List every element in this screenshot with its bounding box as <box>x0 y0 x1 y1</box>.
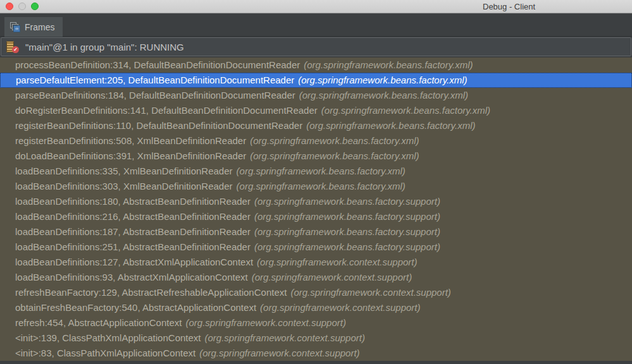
frame-call: parseBeanDefinitions:184, DefaultBeanDef… <box>15 90 295 100</box>
frame-package: (org.springframework.beans.factory.xml) <box>237 181 406 191</box>
frames-list: processBeanDefinition:314, DefaultBeanDe… <box>0 58 632 364</box>
window-titlebar: Debug - Client <box>0 0 632 13</box>
frame-call: <init>:139, ClassPathXmlApplicationConte… <box>15 332 201 343</box>
thread-icon: ✓ <box>6 40 20 54</box>
frames-icon: ‹› <box>10 22 20 32</box>
close-button[interactable] <box>6 3 13 10</box>
frame-call: refresh:454, AbstractApplicationContext <box>15 317 182 328</box>
frame-package: (org.springframework.beans.factory.suppo… <box>254 211 440 222</box>
frame-call: registerBeanDefinitions:508, XmlBeanDefi… <box>15 135 246 146</box>
frame-package: (org.springframework.context.support) <box>199 348 359 358</box>
frame-package: (org.springframework.beans.factory.xml) <box>298 75 467 85</box>
frame-call: doLoadBeanDefinitions:391, XmlBeanDefini… <box>15 150 246 161</box>
frame-row[interactable]: refreshBeanFactory:129, AbstractRefresha… <box>0 285 632 300</box>
frame-call: <init>:83, ClassPathXmlApplicationContex… <box>15 348 195 358</box>
frame-package: (org.springframework.context.support) <box>257 257 417 267</box>
frame-row[interactable]: doLoadBeanDefinitions:391, XmlBeanDefini… <box>0 149 632 164</box>
frame-call: processBeanDefinition:314, DefaultBeanDe… <box>15 59 300 70</box>
frame-package: (org.springframework.context.support) <box>205 332 365 343</box>
frame-call: loadBeanDefinitions:335, XmlBeanDefiniti… <box>15 166 233 176</box>
frame-package: (org.springframework.context.support) <box>290 287 450 298</box>
tab-frames[interactable]: ‹› Frames <box>4 17 63 37</box>
frame-call: loadBeanDefinitions:127, AbstractXmlAppl… <box>15 257 253 267</box>
frame-call: loadBeanDefinitions:93, AbstractXmlAppli… <box>15 272 248 282</box>
tab-frames-label: Frames <box>25 22 54 32</box>
frame-call: registerBeanDefinitions:110, DefaultBean… <box>15 120 302 131</box>
frame-row[interactable]: doRegisterBeanDefinitions:141, DefaultBe… <box>0 103 632 118</box>
frame-package: (org.springframework.beans.factory.xml) <box>237 166 406 176</box>
tool-window-tabstrip: ‹› Frames <box>0 13 632 37</box>
debug-window: Debug - Client ‹› Frames ✓ "main"@1 in g… <box>0 0 632 364</box>
frame-row[interactable]: loadBeanDefinitions:251, AbstractBeanDef… <box>0 240 632 255</box>
frame-row[interactable]: <init>:139, ClassPathXmlApplicationConte… <box>0 331 632 346</box>
frame-row[interactable]: loadBeanDefinitions:335, XmlBeanDefiniti… <box>0 164 632 179</box>
frame-package: (org.springframework.context.support) <box>252 272 412 282</box>
frame-call: loadBeanDefinitions:303, XmlBeanDefiniti… <box>15 181 233 191</box>
frame-package: (org.springframework.beans.factory.suppo… <box>254 196 440 207</box>
frame-call: loadBeanDefinitions:180, AbstractBeanDef… <box>15 196 251 207</box>
frame-row[interactable]: obtainFreshBeanFactory:540, AbstractAppl… <box>0 300 632 315</box>
frame-package: (org.springframework.context.support) <box>260 302 420 313</box>
minimize-button[interactable] <box>18 3 26 10</box>
frame-row[interactable]: loadBeanDefinitions:180, AbstractBeanDef… <box>0 194 632 209</box>
frame-row[interactable]: loadBeanDefinitions:93, AbstractXmlAppli… <box>0 270 632 285</box>
frame-row[interactable]: registerBeanDefinitions:110, DefaultBean… <box>0 118 632 133</box>
frame-call: obtainFreshBeanFactory:540, AbstractAppl… <box>15 302 256 313</box>
frame-row[interactable]: loadBeanDefinitions:127, AbstractXmlAppl… <box>0 255 632 270</box>
frame-package: (org.springframework.context.support) <box>185 317 345 328</box>
thread-running-badge-icon: ✓ <box>12 46 19 53</box>
frame-package: (org.springframework.beans.factory.xml) <box>304 59 473 70</box>
window-controls <box>6 3 39 10</box>
frame-row[interactable]: loadBeanDefinitions:216, AbstractBeanDef… <box>0 209 632 224</box>
frame-call: loadBeanDefinitions:251, AbstractBeanDef… <box>15 241 251 252</box>
frame-row[interactable]: loadBeanDefinitions:187, AbstractBeanDef… <box>0 224 632 240</box>
frame-row[interactable]: <init>:83, ClassPathXmlApplicationContex… <box>0 346 632 361</box>
frame-package: (org.springframework.beans.factory.xml) <box>250 135 419 146</box>
frame-package: (org.springframework.beans.factory.xml) <box>306 120 475 131</box>
frame-call: doRegisterBeanDefinitions:141, DefaultBe… <box>15 105 318 116</box>
frame-row[interactable]: parseDefaultElement:205, DefaultBeanDefi… <box>0 73 632 88</box>
frame-row[interactable]: processBeanDefinition:314, DefaultBeanDe… <box>0 58 632 73</box>
frame-call: loadBeanDefinitions:216, AbstractBeanDef… <box>15 211 251 222</box>
frame-package: (org.springframework.beans.factory.xml) <box>250 150 419 161</box>
frame-row[interactable]: parseBeanDefinitions:184, DefaultBeanDef… <box>0 88 632 103</box>
frame-row[interactable]: refresh:454, AbstractApplicationContext(… <box>0 315 632 331</box>
frame-package: (org.springframework.beans.factory.suppo… <box>254 226 440 237</box>
frame-package: (org.springframework.beans.factory.xml) <box>321 105 490 116</box>
frame-call: loadBeanDefinitions:187, AbstractBeanDef… <box>15 226 251 237</box>
frame-row[interactable]: registerBeanDefinitions:508, XmlBeanDefi… <box>0 133 632 149</box>
thread-status-text: "main"@1 in group "main": RUNNING <box>25 42 184 52</box>
frame-row[interactable]: main:18, Client <box>0 361 632 364</box>
frame-package: (org.springframework.beans.factory.suppo… <box>254 241 440 252</box>
frame-row[interactable]: loadBeanDefinitions:303, XmlBeanDefiniti… <box>0 179 632 194</box>
zoom-button[interactable] <box>31 3 39 10</box>
frame-call: parseDefaultElement:205, DefaultBeanDefi… <box>16 75 294 85</box>
frame-call: refreshBeanFactory:129, AbstractRefresha… <box>15 287 287 298</box>
frame-package: (org.springframework.beans.factory.xml) <box>299 90 468 100</box>
thread-selector[interactable]: ✓ "main"@1 in group "main": RUNNING <box>1 37 631 56</box>
window-title: Debug - Client <box>483 2 535 11</box>
